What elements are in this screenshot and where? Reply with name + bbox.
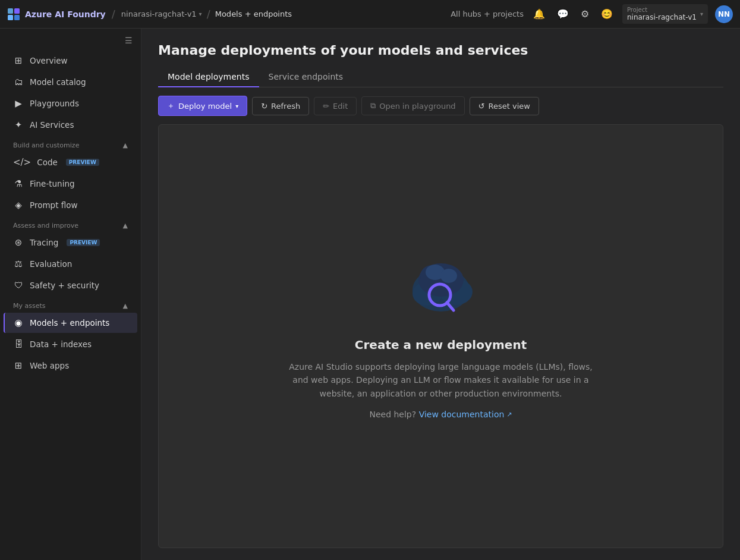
all-hubs-link[interactable]: All hubs + projects (451, 10, 524, 18)
sidebar-item-safety-label: Safety + security (30, 281, 99, 290)
code-icon: </> (13, 157, 31, 168)
sidebar: ☰ ⊞ Overview 🗂 Model catalog ▶ Playgroun… (0, 29, 141, 560)
overview-icon: ⊞ (13, 55, 24, 66)
reset-icon: ↺ (478, 102, 485, 111)
avatar[interactable]: NN (715, 5, 733, 23)
deploy-model-button[interactable]: ＋ Deploy model ▾ (158, 96, 247, 116)
deploy-chevron-icon: ▾ (235, 103, 238, 109)
cloud-search-illustration (402, 253, 480, 319)
sidebar-item-prompt-flow-label: Prompt flow (30, 200, 78, 210)
empty-state-description: Azure AI Studio supports deploying large… (286, 360, 596, 400)
safety-icon: 🛡 (13, 280, 24, 291)
svg-point-10 (440, 269, 457, 283)
sidebar-item-code[interactable]: </> Code PREVIEW (4, 152, 137, 172)
project-chevron-icon: ▾ (700, 11, 703, 17)
content-header: Manage deployments of your models and se… (141, 29, 740, 87)
tracing-icon: ⊛ (13, 237, 24, 248)
sidebar-item-ai-services[interactable]: ✦ AI Services (4, 115, 137, 135)
sidebar-item-ai-services-label: AI Services (30, 120, 74, 130)
project-label: Project (627, 7, 697, 13)
sidebar-item-safety-security[interactable]: 🛡 Safety + security (4, 275, 137, 295)
sidebar-item-data-indexes[interactable]: 🗄 Data + indexes (4, 334, 137, 354)
empty-state: Create a new deployment Azure AI Studio … (263, 229, 619, 443)
breadcrumb-sep-2: / (207, 8, 210, 20)
project-selector[interactable]: Project ninarasi-ragchat-v1 ▾ (622, 4, 708, 24)
main-layout: ☰ ⊞ Overview 🗂 Model catalog ▶ Playgroun… (0, 29, 740, 560)
model-catalog-icon: 🗂 (13, 77, 24, 87)
evaluation-icon: ⚖ (13, 259, 24, 269)
refresh-button[interactable]: ↻ Refresh (252, 97, 309, 115)
sidebar-section-build[interactable]: Build and customize ▲ (4, 136, 137, 152)
project-name: ninarasi-ragchat-v1 (627, 13, 697, 21)
sidebar-item-data-indexes-label: Data + indexes (30, 339, 92, 349)
sidebar-item-fine-tuning-label: Fine-tuning (30, 179, 75, 188)
open-in-playground-button[interactable]: ⧉ Open in playground (361, 96, 464, 115)
svg-rect-2 (8, 15, 13, 20)
tab-model-deployments[interactable]: Model deployments (158, 67, 259, 87)
ai-services-icon: ✦ (13, 119, 24, 130)
sidebar-item-prompt-flow[interactable]: ◈ Prompt flow (4, 195, 137, 215)
sidebar-item-tracing-label: Tracing (30, 238, 58, 247)
empty-state-help: Need help? View documentation ↗ (369, 410, 512, 419)
empty-state-icon (402, 253, 480, 321)
app-name: Azure AI Foundry (25, 10, 106, 19)
assess-section-chevron-icon: ▲ (123, 222, 128, 229)
sidebar-item-web-apps-label: Web apps (30, 361, 69, 370)
sidebar-item-tracing[interactable]: ⊛ Tracing PREVIEW (4, 232, 137, 253)
playgrounds-icon: ▶ (13, 98, 24, 109)
sidebar-item-overview-label: Overview (30, 56, 68, 65)
notifications-button[interactable]: 🔔 (531, 6, 547, 22)
sidebar-item-evaluation-label: Evaluation (30, 259, 72, 269)
reset-view-button[interactable]: ↺ Reset view (470, 97, 539, 115)
sidebar-item-model-catalog[interactable]: 🗂 Model catalog (4, 72, 137, 92)
prompt-flow-icon: ◈ (13, 200, 24, 210)
sidebar-toggle-button[interactable]: ☰ (122, 33, 135, 48)
content-main: Create a new deployment Azure AI Studio … (158, 124, 723, 548)
sidebar-item-playgrounds[interactable]: ▶ Playgrounds (4, 93, 137, 114)
tracing-preview-badge: PREVIEW (67, 239, 100, 246)
app-logo[interactable]: Azure AI Foundry (7, 8, 106, 21)
sidebar-item-models-endpoints-label: Models + endpoints (30, 318, 109, 328)
azure-ai-logo-icon (7, 8, 20, 21)
svg-rect-1 (14, 8, 20, 14)
refresh-icon: ↻ (261, 102, 267, 111)
sidebar-item-evaluation[interactable]: ⚖ Evaluation (4, 254, 137, 274)
edit-icon: ✏ (323, 102, 329, 111)
page-title: Manage deployments of your models and se… (158, 43, 723, 58)
svg-rect-3 (14, 15, 20, 20)
content-area: Manage deployments of your models and se… (141, 29, 740, 560)
sidebar-section-assets[interactable]: My assets ▲ (4, 296, 137, 312)
fine-tuning-icon: ⚗ (13, 178, 24, 189)
help-button[interactable]: 😊 (599, 6, 615, 22)
svg-rect-0 (8, 8, 13, 14)
view-documentation-link[interactable]: View documentation ↗ (419, 410, 512, 419)
tab-service-endpoints[interactable]: Service endpoints (259, 67, 353, 87)
empty-state-title: Create a new deployment (355, 338, 527, 352)
topbar-right: All hubs + projects 🔔 💬 ⚙ 😊 Project nina… (451, 4, 733, 24)
edit-button[interactable]: ✏ Edit (314, 97, 357, 115)
sidebar-section-assess[interactable]: Assess and improve ▲ (4, 216, 137, 232)
feedback-button[interactable]: 💬 (555, 6, 571, 22)
assets-section-chevron-icon: ▲ (123, 302, 128, 310)
breadcrumb-hub[interactable]: ninarasi-ragchat-v1 ▾ (121, 10, 202, 18)
help-text: Need help? (369, 410, 416, 419)
breadcrumb-sep-1: / (112, 8, 115, 20)
topbar: Azure AI Foundry / ninarasi-ragchat-v1 ▾… (0, 0, 740, 29)
sidebar-item-overview[interactable]: ⊞ Overview (4, 51, 137, 71)
sidebar-item-playgrounds-label: Playgrounds (30, 99, 79, 108)
code-preview-badge: PREVIEW (66, 159, 99, 166)
chevron-down-icon: ▾ (199, 11, 202, 17)
sidebar-item-fine-tuning[interactable]: ⚗ Fine-tuning (4, 174, 137, 194)
breadcrumb-current: Models + endpoints (215, 10, 292, 18)
project-info: Project ninarasi-ragchat-v1 (627, 7, 697, 21)
toolbar: ＋ Deploy model ▾ ↻ Refresh ✏ Edit ⧉ Open… (141, 87, 740, 124)
sidebar-item-models-endpoints[interactable]: ◉ Models + endpoints (4, 313, 137, 333)
build-section-chevron-icon: ▲ (123, 141, 128, 149)
sidebar-item-web-apps[interactable]: ⊞ Web apps (4, 355, 137, 376)
playground-icon: ⧉ (370, 101, 376, 111)
data-indexes-icon: 🗄 (13, 339, 24, 350)
breadcrumb: ninarasi-ragchat-v1 ▾ / Models + endpoin… (121, 8, 292, 20)
models-endpoints-icon: ◉ (13, 317, 24, 328)
plus-icon: ＋ (167, 100, 175, 111)
settings-button[interactable]: ⚙ (578, 6, 591, 22)
